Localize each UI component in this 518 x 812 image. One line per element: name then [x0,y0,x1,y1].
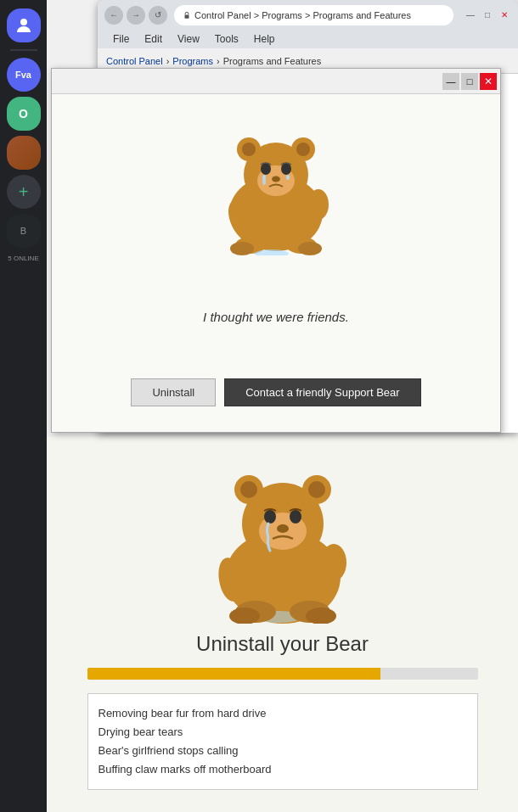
dialog-message: I thought we were friends. [203,310,349,324]
bear-crying-small [200,120,352,255]
sidebar-item-fva[interactable]: Fva [7,58,41,92]
log-box: Removing bear fur from hard drive Drying… [87,693,478,790]
svg-point-18 [298,242,322,255]
breadcrumb-control-panel: Control Panel [106,56,163,66]
log-line-4: Buffing claw marks off motherboard [99,760,467,779]
uninstall-progress-section: Uninstall your Bear Removing bear fur fr… [47,437,518,812]
log-line-2: Drying bear tears [99,723,467,742]
sidebar-divider [10,49,37,51]
back-button[interactable]: ← [104,6,123,25]
svg-point-30 [290,510,301,524]
maximize-button[interactable]: □ [481,8,494,22]
svg-point-14 [272,176,280,182]
address-bar[interactable]: Control Panel > Programs > Programs and … [174,5,453,25]
menu-view[interactable]: View [171,31,206,47]
contact-support-button[interactable]: Contact a friendly Support Bear [224,378,420,406]
svg-point-0 [20,19,27,25]
sidebar-item-image1[interactable] [7,136,41,170]
menu-help[interactable]: Help [247,31,282,47]
chrome-menubar: File Edit View Tools Help [98,30,518,48]
breadcrumb-programs: Programs [172,56,213,66]
chrome-titlebar: ← → ↺ Control Panel > Programs > Program… [98,0,518,30]
sidebar-item-b[interactable]: B [7,214,41,248]
svg-point-32 [277,524,289,533]
menu-file[interactable]: File [106,31,136,47]
progress-bar-container [87,668,478,680]
window-controls: — □ ✕ [464,8,511,22]
menu-tools[interactable]: Tools [208,31,245,47]
dialog-minimize[interactable]: — [442,73,459,90]
dialog-body: I thought we were friends. Uninstall Con… [52,94,500,432]
breadcrumb-programs-features: Programs and Features [223,56,322,66]
sidebar: Fva O + B 5 ONLINE [0,0,47,812]
bear-image-container [200,120,352,255]
forward-button[interactable]: → [127,6,145,25]
svg-point-16 [230,242,254,255]
online-count: 5 ONLINE [3,255,45,262]
uninstall-title: Uninstall your Bear [196,632,369,656]
svg-point-29 [264,510,276,524]
sidebar-item-main[interactable] [7,8,41,42]
reload-button[interactable]: ↺ [149,6,167,25]
svg-point-10 [281,163,291,175]
svg-point-12 [262,178,266,185]
log-line-3: Bear's girlfriend stops calling [99,742,467,760]
lock-icon [183,11,191,20]
svg-point-7 [296,143,310,156]
dialog-buttons: Uninstall Contact a friendly Support Bea… [131,378,420,415]
uninstall-button[interactable]: Uninstall [131,378,216,406]
minimize-button[interactable]: — [464,8,477,22]
dialog-close[interactable]: ✕ [480,73,497,90]
address-text: Control Panel > Programs > Programs and … [194,10,411,20]
breadcrumb-sep-2: › [217,56,220,66]
sidebar-item-add[interactable]: + [7,175,41,209]
sidebar-item-o[interactable]: O [7,97,41,131]
svg-point-13 [286,175,290,180]
progress-bar-fill [87,668,380,680]
close-button[interactable]: ✕ [498,8,511,22]
svg-point-27 [308,481,325,498]
svg-point-33 [321,544,346,581]
svg-point-20 [308,189,329,220]
menu-edit[interactable]: Edit [138,31,169,47]
svg-point-9 [261,163,271,175]
breadcrumb-sep-1: › [166,56,170,66]
dialog-maximize[interactable]: □ [461,73,478,90]
bear-crying-large [181,454,385,624]
uninstall-dialog: — □ ✕ [51,68,501,433]
svg-rect-1 [185,14,189,18]
svg-point-25 [240,481,257,498]
dialog-titlebar: — □ ✕ [52,69,500,94]
bear-large-container [181,454,385,624]
log-line-1: Removing bear fur from hard drive [99,704,467,723]
svg-point-5 [242,143,256,156]
